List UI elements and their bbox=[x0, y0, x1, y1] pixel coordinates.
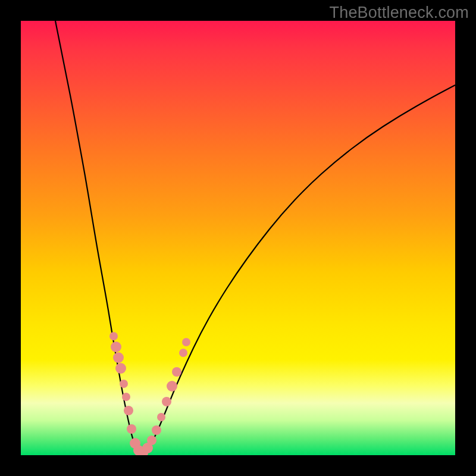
data-dot bbox=[111, 342, 121, 352]
marker-group bbox=[109, 332, 190, 455]
plot-area bbox=[21, 21, 455, 455]
data-dot bbox=[152, 425, 161, 435]
data-dot bbox=[109, 332, 118, 340]
data-dot bbox=[182, 338, 190, 346]
curve-layer bbox=[21, 21, 455, 455]
data-dot bbox=[124, 406, 133, 415]
left-curve bbox=[55, 21, 142, 455]
data-dot bbox=[172, 367, 181, 377]
data-dot bbox=[179, 349, 187, 357]
right-curve bbox=[142, 85, 455, 455]
data-dot bbox=[147, 436, 156, 445]
data-dot bbox=[115, 363, 126, 374]
watermark-text: TheBottleneck.com bbox=[329, 4, 469, 22]
data-dot bbox=[157, 413, 165, 421]
data-dot bbox=[167, 381, 177, 392]
data-dot bbox=[162, 397, 171, 406]
data-dot bbox=[122, 393, 130, 401]
data-dot bbox=[120, 380, 128, 388]
data-dot bbox=[127, 424, 136, 434]
data-dot bbox=[113, 352, 124, 363]
chart-frame: TheBottleneck.com bbox=[0, 0, 476, 476]
